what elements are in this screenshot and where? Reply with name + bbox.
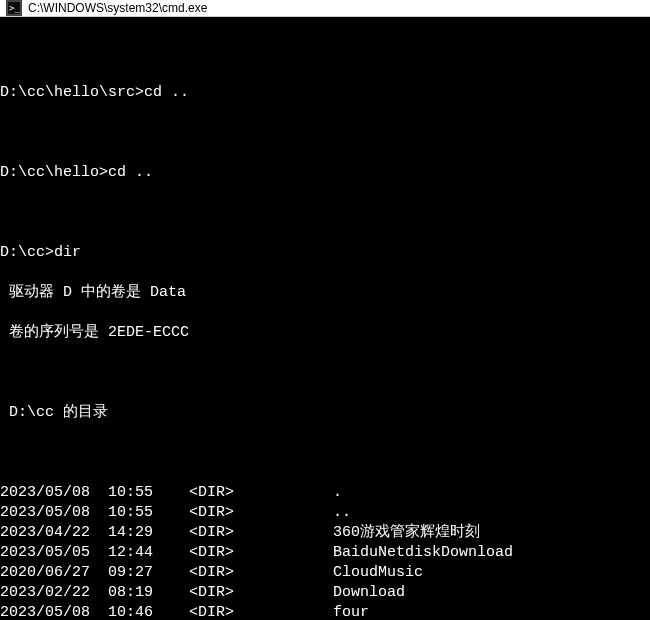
dir-entry: 2023/05/08 10:55 <DIR> .. (0, 503, 646, 523)
prompt: D:\cc\hello\src> (0, 84, 144, 101)
titlebar[interactable]: >_ C:\WINDOWS\system32\cmd.exe (0, 0, 650, 17)
blank-line (0, 123, 646, 143)
dir-entry: 2023/05/08 10:55 <DIR> . (0, 483, 646, 503)
dir-serial-line: 卷的序列号是 2EDE-ECCC (0, 323, 646, 343)
dir-of-line: D:\cc 的目录 (0, 403, 646, 423)
blank-line (0, 443, 646, 463)
command: cd .. (144, 84, 189, 101)
svg-text:>_: >_ (9, 3, 20, 13)
blank-line (0, 43, 646, 63)
window-title: C:\WINDOWS\system32\cmd.exe (28, 1, 207, 15)
cmd-icon: >_ (6, 0, 22, 16)
dir-entry: 2023/05/08 10:46 <DIR> four (0, 603, 646, 620)
blank-line (0, 363, 646, 383)
terminal-output[interactable]: D:\cc\hello\src>cd .. D:\cc\hello>cd .. … (0, 17, 650, 620)
dir-volume-line: 驱动器 D 中的卷是 Data (0, 283, 646, 303)
blank-line (0, 203, 646, 223)
prompt: D:\cc> (0, 244, 54, 261)
dir-entry: 2023/05/05 12:44 <DIR> BaiduNetdiskDownl… (0, 543, 646, 563)
cmd-window: >_ C:\WINDOWS\system32\cmd.exe D:\cc\hel… (0, 0, 650, 620)
prompt-line: D:\cc\hello\src>cd .. (0, 83, 646, 103)
command: dir (54, 244, 81, 261)
prompt-line: D:\cc>dir (0, 243, 646, 263)
prompt-line: D:\cc\hello>cd .. (0, 163, 646, 183)
command: cd .. (108, 164, 153, 181)
dir-entry: 2023/02/22 08:19 <DIR> Download (0, 583, 646, 603)
dir-entry: 2020/06/27 09:27 <DIR> CloudMusic (0, 563, 646, 583)
prompt: D:\cc\hello> (0, 164, 108, 181)
dir-entry: 2023/04/22 14:29 <DIR> 360游戏管家辉煌时刻 (0, 523, 646, 543)
